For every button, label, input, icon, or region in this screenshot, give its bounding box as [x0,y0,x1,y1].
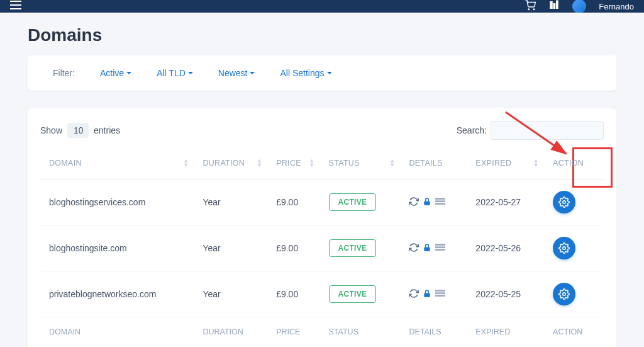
caret-down-icon [188,72,193,74]
filter-label: Filter: [53,68,75,78]
svg-rect-11 [425,247,430,251]
cell-expired: 2022-05-26 [467,225,544,271]
cell-action [544,179,604,225]
lock-icon[interactable] [423,242,431,254]
cell-details [400,225,467,271]
foot-duration: DURATION [194,317,267,347]
svg-rect-6 [425,201,430,205]
foot-details: DETAILS [400,317,467,347]
cell-duration: Year [194,225,267,271]
lock-icon[interactable] [423,288,431,300]
sort-icon: ▲▼ [183,159,189,168]
foot-price: PRICE [267,317,319,347]
lock-icon[interactable] [423,196,431,208]
cell-status: ACTIVE [320,271,401,317]
menu-toggle[interactable] [10,1,21,12]
svg-point-1 [534,9,535,10]
svg-rect-16 [425,293,430,297]
svg-point-10 [563,201,566,204]
cell-domain: bloghostingservices.com [40,179,194,225]
caret-down-icon [250,72,255,74]
col-domain[interactable]: DOMAIN▲▼ [40,147,194,179]
svg-rect-9 [435,203,445,204]
sort-icon: ▲▼ [309,159,314,168]
domains-table: DOMAIN▲▼ DURATION▲▼ PRICE▲▼ STATUS▲▼ DET… [40,147,604,346]
foot-action: ACTION [544,317,604,347]
col-duration[interactable]: DURATION▲▼ [194,147,267,179]
cell-expired: 2022-05-25 [467,271,544,317]
col-action[interactable]: ACTION [544,147,604,179]
list-icon[interactable] [435,197,445,208]
filter-tld-dropdown[interactable]: All TLD [157,68,193,78]
list-icon[interactable] [435,289,445,300]
svg-rect-13 [435,246,445,247]
col-price[interactable]: PRICE▲▼ [267,147,319,179]
svg-rect-4 [556,1,558,9]
svg-point-15 [563,247,566,250]
svg-point-0 [528,9,530,10]
cell-price: £9.00 [267,271,319,317]
svg-rect-14 [435,249,445,250]
refresh-icon[interactable] [409,196,419,208]
username-label: Fernando [599,2,634,11]
cell-domain: privateblognetworkseo.com [40,271,194,317]
cell-action [544,271,604,317]
caret-down-icon [327,72,332,74]
sort-icon: ▲▼ [257,159,262,168]
cell-details [400,271,467,317]
foot-domain: DOMAIN [40,317,194,347]
filter-status-dropdown[interactable]: Active [100,68,131,78]
show-prefix: Show [40,125,62,135]
search-label: Search: [457,125,487,135]
col-expired[interactable]: EXPIRED▲▼ [467,147,544,179]
search-input[interactable] [491,121,604,140]
cell-expired: 2022-05-27 [467,179,544,225]
table-row: bloghostingsite.com Year £9.00 ACTIVE 20… [40,225,604,271]
cell-price: £9.00 [267,179,319,225]
col-status[interactable]: STATUS▲▼ [320,147,401,179]
settings-action-button[interactable] [553,191,575,213]
settings-action-button[interactable] [553,283,575,305]
entries-count-select[interactable]: 10 [67,123,89,138]
svg-rect-2 [550,1,553,9]
foot-expired: EXPIRED [467,317,544,347]
filter-sort-dropdown[interactable]: Newest [218,68,255,78]
svg-rect-8 [435,200,445,202]
filter-settings-dropdown[interactable]: All Settings [280,68,331,78]
svg-point-20 [563,293,566,296]
foot-status: STATUS [320,317,401,347]
status-badge: ACTIVE [329,193,377,211]
cart-icon[interactable] [525,0,536,13]
table-row: privateblognetworkseo.com Year £9.00 ACT… [40,271,604,317]
svg-rect-17 [435,290,445,291]
sort-icon: ▲▼ [389,159,395,168]
svg-rect-18 [435,292,445,293]
refresh-icon[interactable] [409,242,419,254]
list-icon[interactable] [435,243,445,254]
sort-icon: ▲▼ [533,159,539,168]
caret-down-icon [126,72,131,74]
svg-rect-19 [435,295,445,296]
cell-duration: Year [194,179,267,225]
refresh-icon[interactable] [409,288,419,300]
svg-rect-12 [435,244,445,245]
domains-table-card: Show 10 entries Search: DOMAIN▲▼ DURATIO… [28,108,616,347]
page-title: Domains [28,25,616,45]
cell-duration: Year [194,271,267,317]
cell-price: £9.00 [267,225,319,271]
col-details[interactable]: DETAILS [400,147,467,179]
svg-rect-3 [553,3,556,9]
show-suffix: entries [94,125,120,135]
settings-action-button[interactable] [553,237,575,259]
cell-domain: bloghostingsite.com [40,225,194,271]
show-entries-control: Show 10 entries [40,123,120,138]
table-row: bloghostingservices.com Year £9.00 ACTIV… [40,179,604,225]
status-badge: ACTIVE [329,285,377,303]
cell-status: ACTIVE [320,179,401,225]
cell-details [400,179,467,225]
avatar[interactable] [572,0,586,13]
building-icon[interactable] [548,0,560,13]
cell-action [544,225,604,271]
status-badge: ACTIVE [329,239,377,257]
cell-status: ACTIVE [320,225,401,271]
